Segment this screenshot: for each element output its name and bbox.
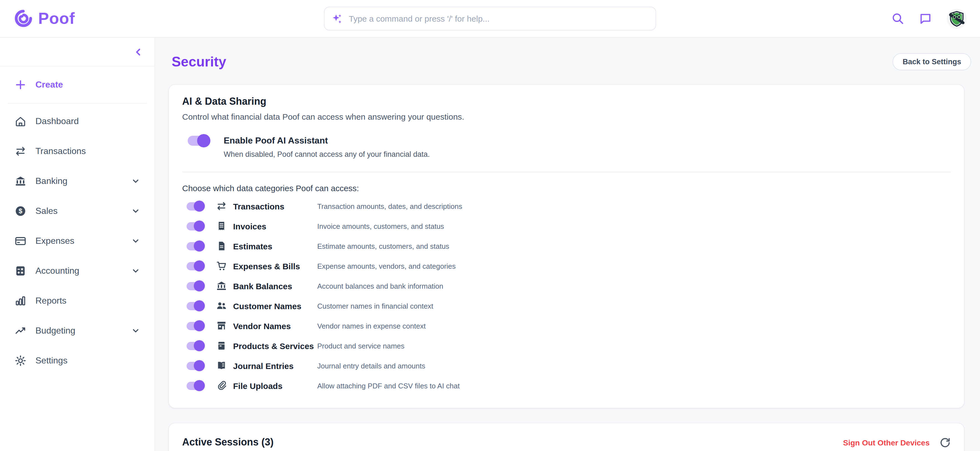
sidebar-item-settings[interactable]: Settings — [6, 349, 148, 373]
category-label: Journal Entries — [233, 361, 317, 370]
sidebar-item-dashboard[interactable]: Dashboard — [6, 109, 148, 134]
category-row-bank-balances: Bank Balances Account balances and bank … — [186, 276, 951, 296]
category-description: Account balances and bank information — [317, 282, 443, 290]
enable-assistant-description: When disabled, Poof cannot access any of… — [224, 150, 430, 158]
category-label: File Uploads — [233, 381, 317, 390]
bar-chart-icon — [14, 295, 27, 307]
sidebar-item-label: Budgeting — [35, 326, 75, 336]
category-label: Customer Names — [233, 301, 317, 311]
document-icon — [215, 241, 228, 252]
active-sessions-title: Active Sessions (3) — [182, 437, 274, 448]
category-row-transactions: Transactions Transaction amounts, dates,… — [186, 196, 951, 216]
brand-name: Poof — [38, 10, 75, 28]
category-label: Bank Balances — [233, 281, 317, 291]
estimates-toggle[interactable] — [186, 242, 203, 250]
category-row-vendor-names: Vendor Names Vendor names in expense con… — [186, 316, 951, 336]
category-row-estimates: Estimates Estimate amounts, customers, a… — [186, 236, 951, 256]
sidebar-item-label: Settings — [35, 356, 68, 366]
category-row-journal-entries: Journal Entries Journal entry details an… — [186, 356, 951, 376]
file-uploads-toggle[interactable] — [186, 381, 203, 390]
bank-icon — [215, 280, 228, 292]
sidebar-item-sales[interactable]: $ Sales — [6, 199, 148, 223]
search-icon[interactable] — [891, 12, 904, 25]
sign-out-other-devices-button[interactable]: Sign Out Other Devices — [843, 438, 930, 447]
brand-logo[interactable]: Poof — [0, 10, 75, 28]
enable-assistant-row: Enable Poof AI Assistant When disabled, … — [188, 136, 951, 158]
users-icon — [215, 300, 228, 311]
sidebar-item-reports[interactable]: Reports — [6, 288, 148, 313]
transactions-toggle[interactable] — [186, 202, 203, 210]
ai-card-title: AI & Data Sharing — [182, 96, 951, 107]
sidebar-item-budgeting[interactable]: Budgeting — [6, 319, 148, 343]
products-services-toggle[interactable] — [186, 341, 203, 350]
ai-data-sharing-card: AI & Data Sharing Control what financial… — [168, 84, 964, 408]
gear-icon — [14, 355, 27, 367]
category-row-expenses-bills: Expenses & Bills Expense amounts, vendor… — [186, 256, 951, 276]
sidebar-item-transactions[interactable]: Transactions — [6, 139, 148, 163]
user-avatar[interactable] — [947, 9, 967, 29]
sparkles-icon — [332, 13, 343, 24]
cards-container: AI & Data Sharing Control what financial… — [168, 84, 964, 451]
book-icon — [215, 360, 228, 371]
sidebar-item-expenses[interactable]: Expenses — [6, 229, 148, 253]
category-row-file-uploads: File Uploads Allow attaching PDF and CSV… — [186, 376, 951, 395]
bank-icon — [14, 175, 27, 187]
create-button[interactable]: Create — [6, 72, 148, 97]
trending-up-icon — [14, 325, 27, 337]
active-sessions-actions: Sign Out Other Devices — [843, 437, 951, 448]
category-description: Allow attaching PDF and CSV files to AI … — [317, 381, 460, 390]
sidebar-item-label: Banking — [35, 176, 68, 186]
bank-balances-toggle[interactable] — [186, 282, 203, 290]
command-input[interactable] — [324, 6, 656, 30]
section-divider — [182, 172, 951, 172]
category-description: Transaction amounts, dates, and descript… — [317, 202, 462, 210]
page-header: Security Back to Settings — [164, 45, 971, 78]
back-to-settings-button[interactable]: Back to Settings — [892, 53, 971, 70]
chevron-down-icon — [131, 207, 140, 215]
top-bar: Poof — [0, 0, 980, 38]
chevron-down-icon — [131, 326, 140, 335]
journal-entries-toggle[interactable] — [186, 362, 203, 370]
enable-assistant-toggle[interactable] — [188, 136, 209, 146]
collapse-sidebar-icon[interactable] — [132, 46, 145, 58]
swap-arrows-icon — [215, 201, 228, 212]
sidebar-item-label: Accounting — [35, 266, 79, 276]
page-title: Security — [172, 53, 226, 70]
sidebar-item-accounting[interactable]: Accounting — [6, 259, 148, 283]
swap-arrows-icon — [14, 145, 27, 157]
category-description: Product and service names — [317, 341, 404, 350]
sidebar: Create Dashboard — [0, 38, 155, 451]
customer-names-toggle[interactable] — [186, 302, 203, 310]
calculator-icon — [14, 265, 27, 277]
package-icon — [215, 340, 228, 351]
invoices-toggle[interactable] — [186, 222, 203, 230]
receipt-icon — [215, 220, 228, 232]
category-row-invoices: Invoices Invoice amounts, customers, and… — [186, 216, 951, 236]
sidebar-item-banking[interactable]: Banking — [6, 169, 148, 193]
app-root: Poof — [0, 0, 980, 451]
chevron-down-icon — [131, 266, 140, 276]
category-row-customer-names: Customer Names Customer names in financi… — [186, 296, 951, 316]
enable-assistant-text: Enable Poof AI Assistant When disabled, … — [224, 136, 430, 158]
category-row-products-services: Products & Services Product and service … — [186, 336, 951, 356]
category-description: Vendor names in expense context — [317, 322, 426, 330]
cart-icon — [215, 260, 228, 271]
category-description: Invoice amounts, customers, and status — [317, 222, 444, 230]
active-sessions-header: Active Sessions (3) Sign Out Other Devic… — [182, 437, 951, 448]
refresh-icon[interactable] — [940, 437, 951, 448]
category-label: Transactions — [233, 201, 317, 211]
svg-text:$: $ — [19, 207, 22, 215]
expenses-bills-toggle[interactable] — [186, 262, 203, 270]
main-content: Security Back to Settings AI & Data Shar… — [155, 38, 980, 451]
category-description: Customer names in financial context — [317, 302, 433, 310]
sidebar-item-label: Dashboard — [35, 116, 79, 126]
category-label: Invoices — [233, 222, 317, 231]
topbar-actions — [891, 9, 980, 29]
paperclip-icon — [215, 380, 228, 391]
active-sessions-card: Active Sessions (3) Sign Out Other Devic… — [168, 423, 964, 451]
poof-swirl-icon — [14, 10, 33, 28]
sidebar-item-label: Transactions — [35, 146, 86, 156]
chat-bubble-icon[interactable] — [919, 12, 932, 25]
credit-card-icon — [14, 235, 27, 247]
vendor-names-toggle[interactable] — [186, 322, 203, 330]
